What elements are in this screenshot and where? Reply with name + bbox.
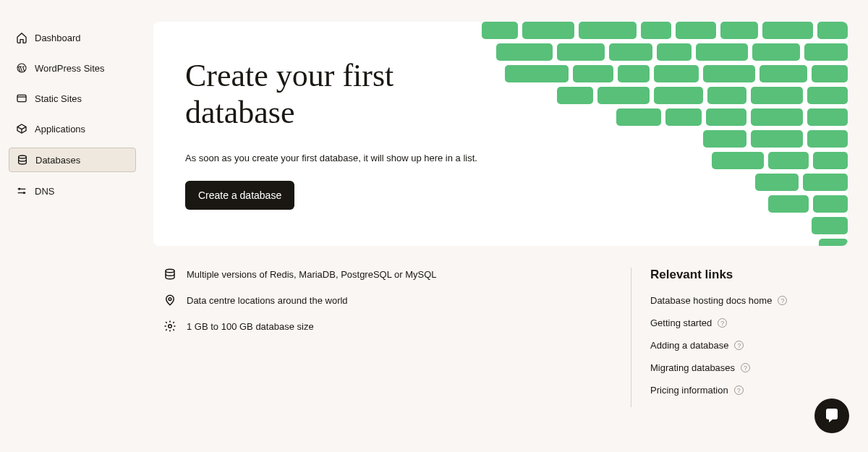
- relevant-links: Relevant links Database hosting docs hom…: [631, 268, 848, 407]
- dns-icon: [16, 185, 27, 197]
- main-content: Create your first database As soon as yo…: [145, 0, 868, 452]
- sidebar: Dashboard WordPress Sites Static Sites A…: [0, 0, 145, 452]
- wordpress-icon: [16, 62, 27, 74]
- database-icon: [17, 154, 28, 166]
- chat-button[interactable]: [814, 398, 849, 433]
- link-text: Migrating databases: [650, 362, 735, 373]
- static-icon: [16, 93, 27, 104]
- sidebar-label: Static Sites: [35, 93, 82, 104]
- chat-icon: [823, 407, 841, 425]
- hero-title-line2: database: [185, 95, 294, 130]
- sidebar-label: Databases: [35, 155, 80, 166]
- link-migrating-databases[interactable]: Migrating databases ?: [650, 362, 848, 373]
- decorative-bricks: [443, 22, 848, 246]
- feature-item: Data centre locations around the world: [163, 294, 613, 307]
- feature-item: 1 GB to 100 GB database size: [163, 320, 613, 333]
- hero-title: Create your first database: [185, 58, 489, 131]
- create-database-button[interactable]: Create a database: [185, 181, 294, 210]
- link-text: Getting started: [650, 317, 712, 328]
- help-icon: ?: [718, 318, 727, 328]
- link-pricing-information[interactable]: Pricing information ?: [650, 385, 848, 396]
- sidebar-item-dns[interactable]: DNS: [9, 179, 136, 202]
- feature-text: Data centre locations around the world: [187, 295, 348, 306]
- sidebar-label: WordPress Sites: [35, 63, 105, 74]
- sidebar-label: Applications: [35, 124, 85, 135]
- sidebar-item-dashboard[interactable]: Dashboard: [9, 26, 136, 49]
- hero-subtitle: As soon as you create your first databas…: [185, 153, 489, 163]
- help-icon: ?: [778, 296, 787, 305]
- sidebar-item-static[interactable]: Static Sites: [9, 87, 136, 110]
- sidebar-label: DNS: [35, 186, 54, 197]
- feature-text: 1 GB to 100 GB database size: [187, 321, 314, 332]
- sidebar-label: Dashboard: [35, 33, 81, 43]
- gear-icon: [163, 320, 176, 333]
- svg-point-6: [169, 298, 171, 301]
- feature-text: Multiple versions of Redis, MariaDB, Pos…: [187, 269, 437, 280]
- location-icon: [163, 294, 176, 307]
- link-text: Adding a database: [650, 340, 728, 351]
- svg-point-3: [19, 189, 20, 190]
- feature-item: Multiple versions of Redis, MariaDB, Pos…: [163, 268, 613, 281]
- svg-point-7: [169, 325, 172, 328]
- hero-title-line1: Create your first: [185, 58, 393, 93]
- home-icon: [16, 32, 27, 43]
- help-icon: ?: [734, 341, 744, 350]
- database-icon: [163, 268, 176, 281]
- link-text: Database hosting docs home: [650, 295, 772, 306]
- help-icon: ?: [741, 363, 750, 372]
- features-list: Multiple versions of Redis, MariaDB, Pos…: [163, 268, 613, 407]
- sidebar-item-databases[interactable]: Databases: [9, 148, 136, 172]
- help-icon: ?: [734, 385, 744, 395]
- link-text: Pricing information: [650, 385, 728, 396]
- sidebar-item-applications[interactable]: Applications: [9, 117, 136, 140]
- svg-rect-1: [17, 95, 26, 101]
- links-title: Relevant links: [650, 268, 848, 282]
- link-getting-started[interactable]: Getting started ?: [650, 317, 848, 328]
- svg-point-4: [24, 192, 25, 194]
- hero-card: Create your first database As soon as yo…: [153, 22, 848, 246]
- svg-point-2: [19, 155, 27, 158]
- link-adding-database[interactable]: Adding a database ?: [650, 340, 848, 351]
- sidebar-item-wordpress[interactable]: WordPress Sites: [9, 56, 136, 80]
- applications-icon: [16, 123, 27, 135]
- svg-point-5: [166, 269, 174, 273]
- link-docs-home[interactable]: Database hosting docs home ?: [650, 295, 848, 306]
